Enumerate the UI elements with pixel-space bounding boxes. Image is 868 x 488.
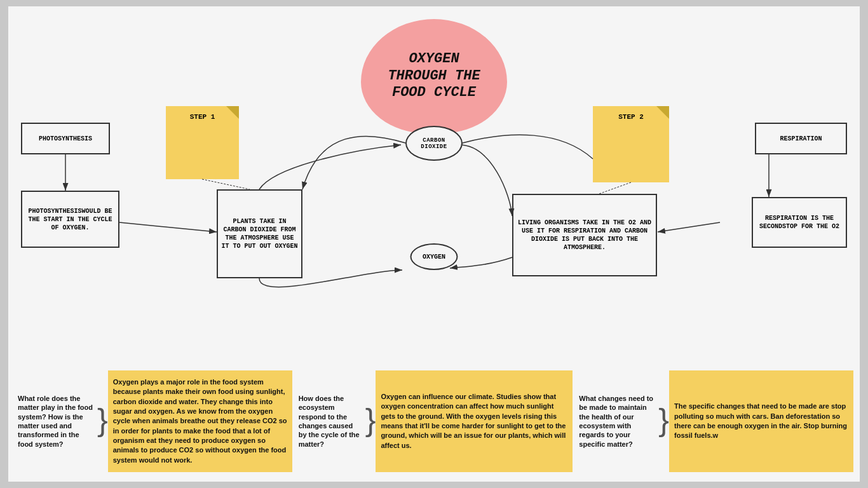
photosynthesis-desc-box: PHOTOSYNTHESISWOULD BE THE START IN THE … [21,191,119,248]
qa-brace-2: } [365,404,376,436]
photosynthesis-label: PHOTOSYNTHESIS [39,135,92,143]
plants-text: PLANTS TAKE IN CARBON DIOXIDE FROM THE A… [221,217,298,250]
qa-block-2: How does the ecosystem respond to the ch… [295,370,573,472]
qa-question-3: What changes need to be made to maintain… [576,394,658,449]
living-organisms-box: LIVING ORGANISMS TAKE IN THE O2 AND USE … [512,194,657,276]
step1-label: STEP 1 [190,112,215,121]
qa-section: What role does the matter play in the fo… [8,370,860,472]
svg-line-5 [202,179,250,189]
carbon-dioxide-circle: CARBON DIOXIDE [405,126,463,161]
respiration-box: RESPIRATION [755,123,847,154]
qa-answer-3: The specific changes that need to be mad… [669,370,853,472]
qa-block-1: What role does the matter play in the fo… [15,370,292,472]
svg-line-4 [658,222,720,232]
svg-line-6 [599,182,631,194]
qa-brace-3: } [658,404,669,436]
qa-question-1: What role does the matter play in the fo… [15,394,97,449]
photosynthesis-box: PHOTOSYNTHESIS [21,123,110,154]
photosynthesis-desc: PHOTOSYNTHESISWOULD BE THE START IN THE … [25,207,115,232]
qa-brace-1: } [97,404,108,436]
oxygen-label: OXYGEN [423,254,445,261]
respiration-label: RESPIRATION [780,135,822,143]
svg-line-2 [119,222,217,232]
qa-answer-2: Oxygen can influence our climate. Studie… [376,370,573,472]
living-text: LIVING ORGANISMS TAKE IN THE O2 AND USE … [517,219,653,252]
qa-block-3: What changes need to be made to maintain… [576,370,853,472]
respiration-desc-box: RESPIRATION IS THE SECONDSTOP FOR THE O2 [752,197,847,248]
plants-box: PLANTS TAKE IN CARBON DIOXIDE FROM THE A… [217,189,302,278]
respiration-desc: RESPIRATION IS THE SECONDSTOP FOR THE O2 [756,214,843,231]
oxygen-circle: OXYGEN [410,243,458,270]
carbon-dioxide-label: CARBON DIOXIDE [421,137,447,150]
qa-answer-1: Oxygen plays a major role in the food sy… [108,370,292,472]
main-canvas: OXYGEN THROUGH THE FOOD CYCLE CARBON DIO… [8,6,860,482]
main-title: OXYGEN THROUGH THE FOOD CYCLE [388,51,480,101]
qa-question-2: How does the ecosystem respond to the ch… [295,394,365,449]
step1-sticky: STEP 1 [166,106,239,179]
step2-sticky: STEP 2 [593,106,669,182]
title-blob: OXYGEN THROUGH THE FOOD CYCLE [361,19,507,133]
step2-label: STEP 2 [618,112,644,121]
